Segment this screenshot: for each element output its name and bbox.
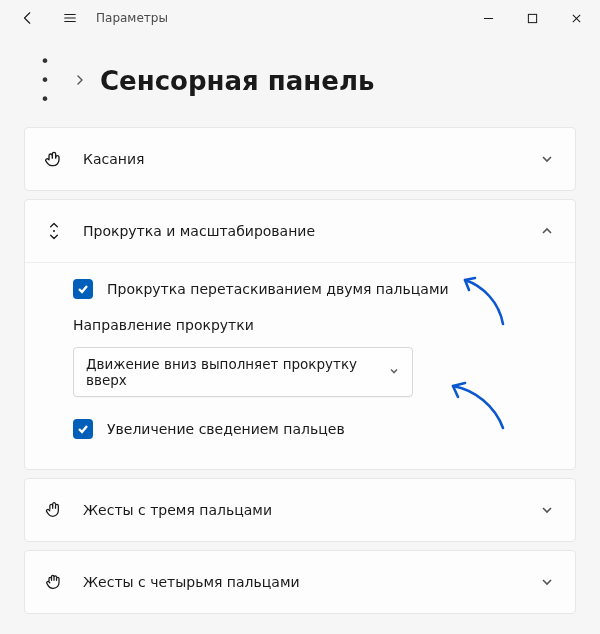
three-finger-icon [43,500,65,520]
section-three-finger-label: Жесты с тремя пальцами [83,502,519,518]
chevron-down-icon [537,575,557,589]
window-controls [466,2,598,34]
section-four-finger: Жесты с четырьмя пальцами [24,550,576,614]
section-scroll-zoom: Прокрутка и масштабирование Прокрутка пе… [24,199,576,470]
chevron-up-icon [537,224,557,238]
svg-point-1 [53,230,55,232]
nav-menu-button[interactable] [52,2,88,34]
scroll-direction-label: Направление прокрутки [43,311,557,339]
chevron-down-icon [537,503,557,517]
section-three-finger: Жесты с тремя пальцами [24,478,576,542]
scroll-icon [43,221,65,241]
app-title: Параметры [96,11,168,25]
tap-icon [43,149,65,169]
section-three-finger-header[interactable]: Жесты с тремя пальцами [25,479,575,541]
page-header: • • • Сенсорная панель [0,36,600,127]
titlebar: Параметры [0,0,600,36]
section-taps-label: Касания [83,151,519,167]
two-finger-scroll-row[interactable]: Прокрутка перетаскиванием двумя пальцами [43,267,557,311]
pinch-zoom-checkbox[interactable] [73,419,93,439]
section-taps: Касания [24,127,576,191]
chevron-down-icon [388,364,400,380]
breadcrumb-more-icon[interactable]: • • • [32,52,60,109]
close-button[interactable] [554,2,598,34]
section-scroll-zoom-body: Прокрутка перетаскиванием двумя пальцами… [25,262,575,469]
svg-rect-0 [528,14,536,22]
page-title: Сенсорная панель [100,66,374,96]
minimize-button[interactable] [466,2,510,34]
pinch-zoom-label: Увеличение сведением пальцев [107,421,345,437]
settings-content: Касания Прокрутка и масштабирование [0,127,600,614]
four-finger-icon [43,572,65,592]
chevron-right-icon [74,73,86,89]
section-four-finger-label: Жесты с четырьмя пальцами [83,574,519,590]
two-finger-scroll-checkbox[interactable] [73,279,93,299]
section-four-finger-header[interactable]: Жесты с четырьмя пальцами [25,551,575,613]
section-taps-header[interactable]: Касания [25,128,575,190]
maximize-button[interactable] [510,2,554,34]
section-scroll-zoom-label: Прокрутка и масштабирование [83,223,519,239]
section-scroll-zoom-header[interactable]: Прокрутка и масштабирование [25,200,575,262]
scroll-direction-dropdown[interactable]: Движение вниз выполняет прокрутку вверх [73,347,413,397]
chevron-down-icon [537,152,557,166]
scroll-direction-value: Движение вниз выполняет прокрутку вверх [86,356,388,388]
two-finger-scroll-label: Прокрутка перетаскиванием двумя пальцами [107,281,449,297]
back-button[interactable] [10,2,46,34]
pinch-zoom-row[interactable]: Увеличение сведением пальцев [43,407,557,451]
